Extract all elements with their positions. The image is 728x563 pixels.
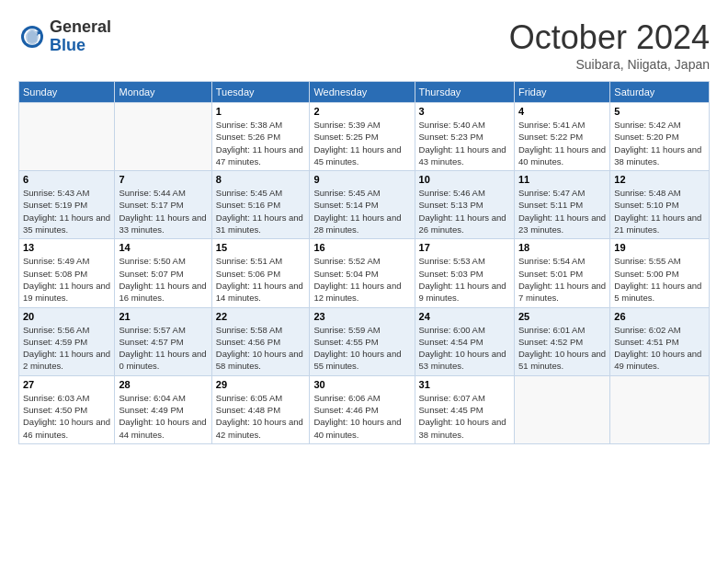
calendar-cell: 17Sunrise: 5:53 AMSunset: 5:03 PMDayligh… xyxy=(415,239,514,307)
calendar-cell xyxy=(610,375,710,443)
day-number: 22 xyxy=(216,311,306,322)
day-info: Sunrise: 6:05 AMSunset: 4:48 PMDaylight:… xyxy=(216,392,306,441)
calendar-cell: 21Sunrise: 5:57 AMSunset: 4:57 PMDayligh… xyxy=(115,307,211,375)
day-info: Sunrise: 5:42 AMSunset: 5:20 PMDaylight:… xyxy=(614,119,705,167)
day-number: 15 xyxy=(216,242,306,253)
day-number: 13 xyxy=(23,242,110,253)
calendar-cell: 5Sunrise: 5:42 AMSunset: 5:20 PMDaylight… xyxy=(610,103,710,171)
day-number: 5 xyxy=(614,106,705,117)
logo: General Blue xyxy=(18,18,111,55)
calendar-week-row: 6Sunrise: 5:43 AMSunset: 5:19 PMDaylight… xyxy=(19,171,710,239)
weekday-header-tuesday: Tuesday xyxy=(211,82,310,103)
day-info: Sunrise: 5:40 AMSunset: 5:23 PMDaylight:… xyxy=(419,119,510,167)
calendar-cell: 29Sunrise: 6:05 AMSunset: 4:48 PMDayligh… xyxy=(211,375,310,443)
day-info: Sunrise: 5:52 AMSunset: 5:04 PMDaylight:… xyxy=(313,255,410,304)
calendar-cell: 16Sunrise: 5:52 AMSunset: 5:04 PMDayligh… xyxy=(310,239,415,307)
calendar-cell: 26Sunrise: 6:02 AMSunset: 4:51 PMDayligh… xyxy=(610,307,710,375)
calendar-cell: 10Sunrise: 5:46 AMSunset: 5:13 PMDayligh… xyxy=(415,171,514,239)
calendar-cell: 12Sunrise: 5:48 AMSunset: 5:10 PMDayligh… xyxy=(610,171,710,239)
day-number: 11 xyxy=(518,174,606,185)
day-number: 16 xyxy=(313,242,410,253)
day-info: Sunrise: 5:47 AMSunset: 5:11 PMDaylight:… xyxy=(518,187,606,236)
calendar-week-row: 1Sunrise: 5:38 AMSunset: 5:26 PMDaylight… xyxy=(19,103,710,171)
day-number: 12 xyxy=(614,174,705,185)
day-info: Sunrise: 5:58 AMSunset: 4:56 PMDaylight:… xyxy=(216,324,306,373)
weekday-header-thursday: Thursday xyxy=(415,82,514,103)
calendar-cell xyxy=(515,375,610,443)
day-number: 6 xyxy=(23,174,110,185)
day-number: 8 xyxy=(216,174,306,185)
day-number: 21 xyxy=(119,311,207,322)
calendar-cell: 11Sunrise: 5:47 AMSunset: 5:11 PMDayligh… xyxy=(515,171,610,239)
calendar-cell: 4Sunrise: 5:41 AMSunset: 5:22 PMDaylight… xyxy=(515,103,610,171)
day-number: 20 xyxy=(23,311,110,322)
day-info: Sunrise: 5:41 AMSunset: 5:22 PMDaylight:… xyxy=(518,119,606,167)
calendar-cell: 19Sunrise: 5:55 AMSunset: 5:00 PMDayligh… xyxy=(610,239,710,307)
calendar-cell: 14Sunrise: 5:50 AMSunset: 5:07 PMDayligh… xyxy=(115,239,211,307)
day-info: Sunrise: 5:49 AMSunset: 5:08 PMDaylight:… xyxy=(23,255,110,304)
calendar-cell: 13Sunrise: 5:49 AMSunset: 5:08 PMDayligh… xyxy=(19,239,115,307)
day-number: 4 xyxy=(518,106,606,117)
day-info: Sunrise: 5:48 AMSunset: 5:10 PMDaylight:… xyxy=(614,187,705,236)
day-info: Sunrise: 5:57 AMSunset: 4:57 PMDaylight:… xyxy=(119,324,207,373)
day-number: 28 xyxy=(119,379,207,390)
day-number: 9 xyxy=(313,174,410,185)
logo-general: General xyxy=(50,18,111,37)
calendar-cell: 15Sunrise: 5:51 AMSunset: 5:06 PMDayligh… xyxy=(211,239,310,307)
day-number: 23 xyxy=(313,311,410,322)
calendar-cell: 2Sunrise: 5:39 AMSunset: 5:25 PMDaylight… xyxy=(310,103,415,171)
logo-icon xyxy=(18,23,46,51)
calendar-cell: 24Sunrise: 6:00 AMSunset: 4:54 PMDayligh… xyxy=(415,307,514,375)
day-info: Sunrise: 5:44 AMSunset: 5:17 PMDaylight:… xyxy=(119,187,207,236)
day-info: Sunrise: 6:02 AMSunset: 4:51 PMDaylight:… xyxy=(614,324,705,373)
day-info: Sunrise: 6:06 AMSunset: 4:46 PMDaylight:… xyxy=(313,392,410,441)
day-info: Sunrise: 5:51 AMSunset: 5:06 PMDaylight:… xyxy=(216,255,306,304)
calendar-week-row: 27Sunrise: 6:03 AMSunset: 4:50 PMDayligh… xyxy=(19,375,710,443)
page-header: General Blue October 2024 Suibara, Niiga… xyxy=(18,18,710,72)
day-info: Sunrise: 6:00 AMSunset: 4:54 PMDaylight:… xyxy=(419,324,510,373)
calendar-cell: 28Sunrise: 6:04 AMSunset: 4:49 PMDayligh… xyxy=(115,375,211,443)
calendar-cell: 1Sunrise: 5:38 AMSunset: 5:26 PMDaylight… xyxy=(211,103,310,171)
day-info: Sunrise: 5:43 AMSunset: 5:19 PMDaylight:… xyxy=(23,187,110,236)
day-info: Sunrise: 5:45 AMSunset: 5:16 PMDaylight:… xyxy=(216,187,306,236)
day-number: 19 xyxy=(614,242,705,253)
day-number: 27 xyxy=(23,379,110,390)
day-number: 25 xyxy=(518,311,606,322)
calendar-cell: 25Sunrise: 6:01 AMSunset: 4:52 PMDayligh… xyxy=(515,307,610,375)
weekday-header-saturday: Saturday xyxy=(610,82,710,103)
month-title: October 2024 xyxy=(509,18,710,57)
day-info: Sunrise: 6:04 AMSunset: 4:49 PMDaylight:… xyxy=(119,392,207,441)
day-number: 17 xyxy=(419,242,510,253)
title-block: October 2024 Suibara, Niigata, Japan xyxy=(509,18,710,72)
calendar-cell: 20Sunrise: 5:56 AMSunset: 4:59 PMDayligh… xyxy=(19,307,115,375)
day-number: 26 xyxy=(614,311,705,322)
day-info: Sunrise: 6:07 AMSunset: 4:45 PMDaylight:… xyxy=(419,392,510,441)
calendar-week-row: 13Sunrise: 5:49 AMSunset: 5:08 PMDayligh… xyxy=(19,239,710,307)
calendar-cell: 3Sunrise: 5:40 AMSunset: 5:23 PMDaylight… xyxy=(415,103,514,171)
calendar-cell: 27Sunrise: 6:03 AMSunset: 4:50 PMDayligh… xyxy=(19,375,115,443)
weekday-header-wednesday: Wednesday xyxy=(310,82,415,103)
day-info: Sunrise: 5:38 AMSunset: 5:26 PMDaylight:… xyxy=(216,119,306,167)
day-number: 10 xyxy=(419,174,510,185)
day-info: Sunrise: 5:54 AMSunset: 5:01 PMDaylight:… xyxy=(518,255,606,304)
calendar-cell: 9Sunrise: 5:45 AMSunset: 5:14 PMDaylight… xyxy=(310,171,415,239)
calendar-cell: 18Sunrise: 5:54 AMSunset: 5:01 PMDayligh… xyxy=(515,239,610,307)
day-info: Sunrise: 6:01 AMSunset: 4:52 PMDaylight:… xyxy=(518,324,606,373)
logo-text: General Blue xyxy=(50,18,111,55)
day-info: Sunrise: 5:45 AMSunset: 5:14 PMDaylight:… xyxy=(313,187,410,236)
calendar-table: SundayMondayTuesdayWednesdayThursdayFrid… xyxy=(18,81,710,444)
calendar-cell xyxy=(115,103,211,171)
day-number: 29 xyxy=(216,379,306,390)
weekday-header-row: SundayMondayTuesdayWednesdayThursdayFrid… xyxy=(19,82,710,103)
logo-blue: Blue xyxy=(50,37,111,55)
day-info: Sunrise: 5:53 AMSunset: 5:03 PMDaylight:… xyxy=(419,255,510,304)
calendar-cell: 30Sunrise: 6:06 AMSunset: 4:46 PMDayligh… xyxy=(310,375,415,443)
weekday-header-sunday: Sunday xyxy=(19,82,115,103)
day-info: Sunrise: 6:03 AMSunset: 4:50 PMDaylight:… xyxy=(23,392,110,441)
day-info: Sunrise: 5:59 AMSunset: 4:55 PMDaylight:… xyxy=(313,324,410,373)
calendar-cell: 23Sunrise: 5:59 AMSunset: 4:55 PMDayligh… xyxy=(310,307,415,375)
calendar-cell: 6Sunrise: 5:43 AMSunset: 5:19 PMDaylight… xyxy=(19,171,115,239)
calendar-cell: 31Sunrise: 6:07 AMSunset: 4:45 PMDayligh… xyxy=(415,375,514,443)
day-info: Sunrise: 5:39 AMSunset: 5:25 PMDaylight:… xyxy=(313,119,410,167)
day-number: 14 xyxy=(119,242,207,253)
